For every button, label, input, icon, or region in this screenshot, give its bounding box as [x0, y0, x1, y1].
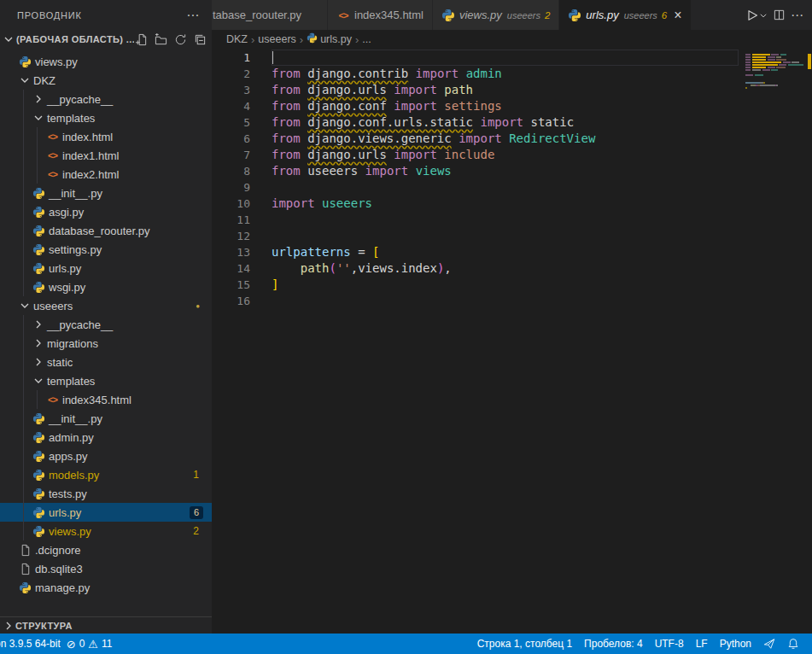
code-line-5[interactable]: 5from django.conf.urls.static import sta…: [212, 114, 812, 131]
tree-file-index345.html[interactable]: <>index345.html: [0, 390, 212, 409]
tree-folder-__pycache__[interactable]: __pycache__: [0, 315, 212, 334]
explorer-title: ПРОВОДНИК: [17, 10, 82, 20]
tree-file-views.py[interactable]: views.py2: [0, 522, 212, 540]
code-line-10[interactable]: 10import useeers: [212, 196, 812, 212]
python-icon: [31, 487, 47, 500]
tab-list: tabase_roouter.py<>index345.htmlviews.py…: [212, 0, 692, 30]
tree-file-__init__.py[interactable]: __init__.py: [0, 184, 212, 202]
code-line-11[interactable]: 11: [212, 212, 812, 228]
breadcrumb-item[interactable]: DKZ: [226, 33, 248, 45]
editor-more-actions-icon[interactable]: ⋯: [791, 6, 803, 25]
tab-label: views.py: [459, 9, 502, 21]
tab-index345.html[interactable]: <>index345.html: [328, 0, 433, 30]
code-line-13[interactable]: 13urlpatterns = [: [212, 244, 812, 260]
tree-file-__init__.py[interactable]: __init__.py: [0, 409, 212, 428]
tree-file-views.py[interactable]: views.py: [0, 52, 212, 71]
tree-file-index2.html[interactable]: <>index2.html: [0, 165, 212, 184]
code-line-3[interactable]: 3from django.urls import path: [212, 82, 812, 98]
tree-folder-static[interactable]: static: [0, 353, 212, 371]
python-icon: [17, 55, 33, 68]
workspace-actions: [134, 32, 207, 46]
run-python-file-button[interactable]: [745, 6, 768, 25]
python-icon: [31, 412, 47, 425]
html-icon: <>: [44, 393, 61, 406]
minimap[interactable]: [745, 51, 805, 92]
code-line-7[interactable]: 7from django.urls import include: [212, 147, 812, 163]
code-text: ]: [272, 277, 278, 293]
tree-folder-templates[interactable]: templates: [0, 371, 212, 390]
tree-file-admin.py[interactable]: admin.py: [0, 428, 212, 447]
code-line-2[interactable]: 2from django.contrib import admin: [212, 66, 812, 82]
refresh-icon[interactable]: [173, 32, 187, 46]
new-file-icon[interactable]: [134, 32, 148, 46]
tree-item-label: DKZ: [33, 74, 55, 87]
breadcrumb-label: urls.py: [320, 33, 352, 45]
python-icon: [31, 505, 47, 519]
breadcrumb-item[interactable]: urls.py: [307, 32, 352, 46]
new-folder-icon[interactable]: [154, 32, 167, 46]
tree-file-settings.py[interactable]: settings.py: [0, 240, 212, 259]
encoding-indicator[interactable]: UTF-8: [649, 634, 690, 654]
play-icon: [745, 9, 759, 22]
code-line-9[interactable]: 9: [212, 179, 812, 196]
tree-file-asgi.py[interactable]: asgi.py: [0, 202, 212, 221]
code-line-8[interactable]: 8from useeers import views: [212, 163, 812, 179]
tab-tabase_roouter.py[interactable]: tabase_roouter.py: [212, 0, 328, 30]
indentation-indicator[interactable]: Пробелов: 4: [578, 634, 649, 654]
editor-area: tabase_roouter.py<>index345.htmlviews.py…: [212, 0, 812, 634]
python-icon: [31, 242, 47, 256]
tree-file-index1.html[interactable]: <>index1.html: [0, 146, 212, 165]
split-editor-button[interactable]: [773, 6, 786, 25]
tab-urls.py[interactable]: urls.pyuseeers6×: [559, 0, 691, 30]
python-interpreter-indicator[interactable]: Python 3.9.5 64-bit: [0, 634, 61, 654]
code-editor[interactable]: 12from django.contrib import admin3from …: [212, 49, 812, 634]
code-line-14[interactable]: 14 path('',views.index),: [212, 260, 812, 277]
breadcrumb-item[interactable]: ...: [362, 33, 371, 45]
code-line-12[interactable]: 12: [212, 228, 812, 244]
problems-indicator[interactable]: ⊘ 0 ⚠ 11: [61, 634, 119, 654]
tree-item-label: index345.html: [62, 394, 131, 406]
tree-file-index.html[interactable]: <>index.html: [0, 127, 212, 146]
code-text: from useeers import views: [272, 163, 452, 179]
python-icon: [31, 430, 47, 444]
breadcrumb-item[interactable]: useeers: [258, 33, 295, 45]
tab-label: index345.html: [354, 9, 424, 21]
line-number: 16: [212, 293, 272, 309]
tree-folder-__pycache__[interactable]: __pycache__: [0, 90, 212, 108]
chevron-down-icon: [759, 11, 768, 20]
chevron-down-icon: [17, 299, 32, 312]
tree-file-.dcignore[interactable]: .dcignore: [0, 540, 212, 559]
tree-file-database_roouter.py[interactable]: database_roouter.py: [0, 221, 212, 240]
feedback-icon[interactable]: [757, 634, 781, 654]
tree-folder-migrations[interactable]: migrations: [0, 334, 212, 353]
tree-folder-DKZ[interactable]: DKZ: [0, 71, 212, 90]
code-line-15[interactable]: 15]: [212, 277, 812, 293]
tree-file-urls.py[interactable]: urls.py: [0, 259, 212, 277]
code-line-6[interactable]: 6from django.views.generic import Redire…: [212, 131, 812, 147]
tree-file-apps.py[interactable]: apps.py: [0, 447, 212, 465]
eol-indicator[interactable]: LF: [690, 634, 714, 654]
tab-views.py[interactable]: views.pyuseeers2: [433, 0, 559, 30]
tree-file-tests.py[interactable]: tests.py: [0, 484, 212, 503]
line-number: 8: [212, 163, 272, 179]
code-line-4[interactable]: 4from django.conf import settings: [212, 98, 812, 114]
tree-folder-templates[interactable]: templates: [0, 108, 212, 127]
cursor-position-indicator[interactable]: Строка 1, столбец 1: [471, 634, 578, 654]
collapse-all-icon[interactable]: [193, 32, 207, 46]
tree-file-models.py[interactable]: models.py1: [0, 465, 212, 484]
workspace-section-header[interactable]: (РАБОЧАЯ ОБЛАСТЬ) ...: [0, 30, 212, 49]
tree-file-db.sqlite3[interactable]: db.sqlite3: [0, 559, 212, 578]
tree-file-manage.py[interactable]: manage.py: [0, 578, 212, 597]
breadcrumb-separator-icon: ›: [300, 33, 303, 46]
tree-file-urls.py[interactable]: urls.py6: [0, 503, 212, 522]
tree-folder-useeers[interactable]: useeers●: [0, 296, 212, 315]
code-lines: 12from django.contrib import admin3from …: [212, 50, 812, 309]
explorer-more-icon[interactable]: ⋯: [186, 8, 200, 23]
language-mode-indicator[interactable]: Python: [714, 634, 757, 654]
tree-file-wsgi.py[interactable]: wsgi.py: [0, 277, 212, 296]
notifications-bell-icon[interactable]: [781, 634, 805, 654]
code-line-16[interactable]: 16: [212, 293, 812, 309]
close-tab-icon[interactable]: ×: [674, 9, 681, 22]
outline-section-header[interactable]: СТРУКТУРА: [0, 616, 212, 634]
code-line-1[interactable]: 1: [212, 50, 812, 66]
